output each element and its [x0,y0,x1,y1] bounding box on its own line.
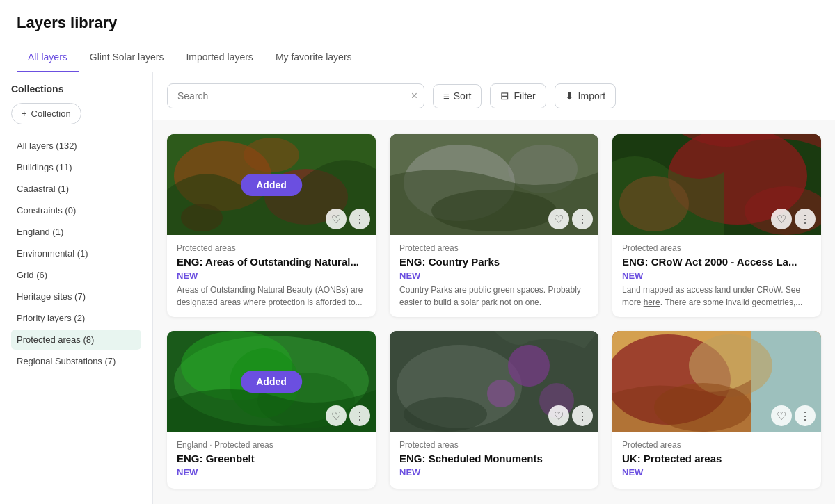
card-new-1: NEW [177,270,366,281]
import-label: Import [578,90,606,101]
import-button[interactable]: ⬇ Import [555,83,617,108]
more-button-2[interactable]: ⋮ [572,209,593,229]
svg-point-21 [508,345,550,387]
card-new-2: NEW [399,270,589,281]
filter-icon: ⊟ [500,90,509,102]
cards-area: Added ♡ ⋮ Protected areas ENG: Areas of … [153,120,835,504]
add-collection-button[interactable]: + Collection [11,103,81,124]
sidebar: Collections + Collection All layers (132… [0,72,153,504]
card-category-3: Protected areas [622,243,811,253]
card-uk-protected-areas[interactable]: ♡ ⋮ Protected areas UK: Protected areas … [612,331,821,489]
favorite-button-5[interactable]: ♡ [548,405,569,426]
plus-icon: + [22,108,27,119]
card-new-6: NEW [622,467,811,478]
card-title-3: ENG: CRoW Act 2000 - Access La... [622,256,811,268]
more-button-3[interactable]: ⋮ [795,209,816,229]
search-clear-button[interactable]: × [411,90,418,102]
svg-point-22 [487,380,515,407]
card-title-1: ENG: Areas of Outstanding Natural... [177,256,366,268]
card-desc-1: Areas of Outstanding Natural Beauty (AON… [177,284,366,309]
sidebar-item-constraints[interactable]: Constraints (0) [11,200,141,220]
card-new-5: NEW [399,467,589,478]
import-icon: ⬇ [565,90,574,102]
page-title: Layers library [17,14,818,32]
tab-my-favorite-layers[interactable]: My favorite layers [264,43,363,72]
card-map-3: ♡ ⋮ [612,134,821,235]
sort-button[interactable]: ≡ Sort [433,84,482,108]
filter-label: Filter [514,90,535,101]
card-eng-aonb[interactable]: Added ♡ ⋮ Protected areas ENG: Areas of … [167,134,376,317]
svg-point-9 [431,190,557,231]
toolbar: × ≡ Sort ⊟ Filter ⬇ Import [153,72,835,120]
sidebar-item-all-layers[interactable]: All layers (132) [11,136,141,156]
card-desc-2: Country Parks are public green spaces. P… [399,284,589,309]
card-category-6: Protected areas [622,440,811,450]
card-actions-1: ♡ ⋮ [326,209,370,229]
tab-bar: All layers Glint Solar layers Imported l… [17,43,818,72]
card-new-4: NEW [177,467,366,478]
add-collection-label: Collection [31,108,71,119]
card-map-6: ♡ ⋮ [612,331,821,432]
sidebar-item-environmental[interactable]: Environmental (1) [11,243,141,263]
favorite-button-2[interactable]: ♡ [548,209,569,229]
svg-point-3 [244,138,299,172]
card-actions-6: ♡ ⋮ [771,405,816,426]
sort-icon: ≡ [443,90,450,102]
card-actions-4: ♡ ⋮ [326,405,370,426]
card-eng-scheduled-monuments[interactable]: ♡ ⋮ Protected areas ENG: Scheduled Monum… [390,331,598,489]
card-body-1: Protected areas ENG: Areas of Outstandin… [167,235,376,317]
sidebar-item-cadastral[interactable]: Cadastral (1) [11,179,141,199]
card-title-4: ENG: Greenbelt [177,453,366,464]
tab-glint-solar-layers[interactable]: Glint Solar layers [79,43,175,72]
sidebar-item-england[interactable]: England (1) [11,222,141,242]
sort-label: Sort [454,90,472,101]
card-new-3: NEW [622,270,811,281]
sidebar-item-grid[interactable]: Grid (6) [11,265,141,285]
card-category-5: Protected areas [399,440,589,450]
sidebar-item-buildings[interactable]: Buildings (11) [11,157,141,177]
card-map-5: ♡ ⋮ [390,331,598,432]
card-body-4: England · Protected areas ENG: Greenbelt… [167,432,376,489]
favorite-button-6[interactable]: ♡ [771,405,792,426]
card-map-1: Added ♡ ⋮ [167,134,376,235]
card-eng-country-parks[interactable]: ♡ ⋮ Protected areas ENG: Country Parks N… [390,134,598,317]
card-body-2: Protected areas ENG: Country Parks NEW C… [390,235,598,317]
card-eng-crow[interactable]: ♡ ⋮ Protected areas ENG: CRoW Act 2000 -… [612,134,821,317]
card-title-2: ENG: Country Parks [399,256,589,268]
favorite-button-4[interactable]: ♡ [326,405,347,426]
search-input[interactable] [167,83,424,108]
tab-all-layers[interactable]: All layers [17,43,79,72]
tab-imported-layers[interactable]: Imported layers [175,43,264,72]
more-button-1[interactable]: ⋮ [349,209,370,229]
card-actions-3: ♡ ⋮ [771,209,816,229]
card-map-4: Added ♡ ⋮ [167,331,376,432]
added-badge-1: Added [241,174,302,196]
more-button-5[interactable]: ⋮ [572,405,593,426]
favorite-button-3[interactable]: ♡ [771,209,792,229]
collections-title: Collections [11,83,141,95]
card-category-4: England · Protected areas [177,440,366,450]
sidebar-item-priority-layers[interactable]: Priority layers (2) [11,308,141,328]
sidebar-item-protected-areas[interactable]: Protected areas (8) [11,330,141,350]
card-eng-greenbelt[interactable]: Added ♡ ⋮ England · Protected areas ENG:… [167,331,376,489]
sidebar-item-regional-substations[interactable]: Regional Substations (7) [11,351,141,371]
card-actions-5: ♡ ⋮ [548,405,593,426]
cards-grid: Added ♡ ⋮ Protected areas ENG: Areas of … [167,134,821,489]
filter-button[interactable]: ⊟ Filter [490,83,546,108]
card-map-2: ♡ ⋮ [390,134,598,235]
card-title-5: ENG: Scheduled Monuments [399,453,589,464]
card-category-1: Protected areas [177,243,366,253]
added-badge-4: Added [241,371,302,393]
favorite-button-1[interactable]: ♡ [326,209,347,229]
content-panel: × ≡ Sort ⊟ Filter ⬇ Import [153,72,835,504]
more-button-4[interactable]: ⋮ [349,405,370,426]
search-wrapper: × [167,83,424,108]
card-body-6: Protected areas UK: Protected areas NEW [612,432,821,489]
card-title-6: UK: Protected areas [622,453,811,464]
sidebar-item-heritage-sites[interactable]: Heritage sites (7) [11,286,141,307]
card-actions-2: ♡ ⋮ [548,209,593,229]
main-content: Collections + Collection All layers (132… [0,72,835,504]
card-category-2: Protected areas [399,243,589,253]
svg-point-24 [404,397,487,432]
more-button-6[interactable]: ⋮ [795,405,816,426]
